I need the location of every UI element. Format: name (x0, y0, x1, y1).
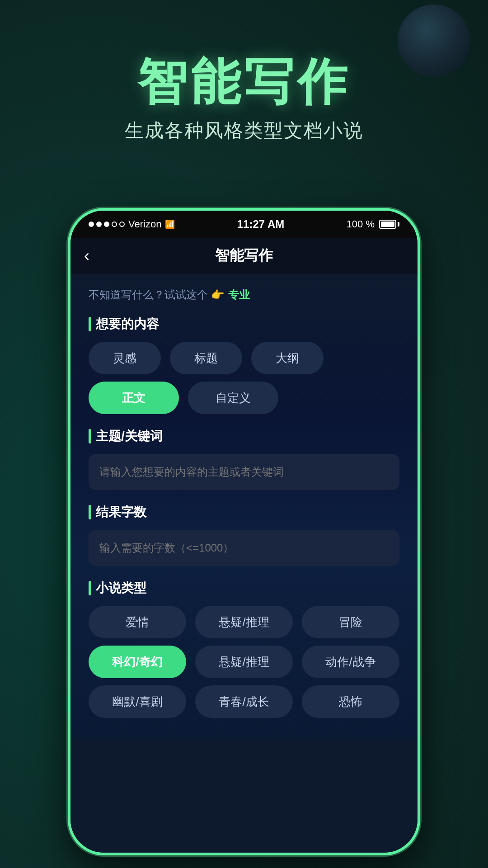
content-section-label: 想要的内容 (89, 316, 399, 333)
battery-tip (398, 222, 399, 226)
status-right: 100 % (347, 218, 399, 230)
wordcount-input[interactable] (89, 530, 399, 566)
hint-professional[interactable]: 专业 (228, 288, 250, 302)
section-bar-indicator (89, 317, 91, 331)
genre-row-3: 幽默/喜剧 青春/成长 恐怖 (89, 685, 399, 718)
genre-mystery1[interactable]: 悬疑/推理 (195, 606, 293, 638)
signal-dots (89, 222, 125, 227)
scroll-content: 不知道写什么？试试这个 👉 专业 想要的内容 灵感 标题 大纲 正文 自定义 (70, 274, 418, 739)
content-type-row1: 灵感 标题 大纲 (89, 342, 399, 374)
section-bar-genre (89, 581, 91, 595)
wordcount-section-label: 结果字数 (89, 504, 399, 521)
genre-scifi[interactable]: 科幻/奇幻 (89, 646, 186, 678)
dot4 (112, 222, 117, 227)
content-type-row2: 正文 自定义 (89, 382, 399, 414)
genre-mystery2[interactable]: 悬疑/推理 (195, 646, 293, 678)
tag-custom[interactable]: 自定义 (188, 382, 278, 414)
hint-row: 不知道写什么？试试这个 👉 专业 (89, 288, 399, 302)
back-button[interactable]: ‹ (84, 246, 89, 265)
genre-horror[interactable]: 恐怖 (302, 685, 399, 718)
nav-title: 智能写作 (215, 246, 273, 266)
hero-section: 智能写作 生成各种风格类型文档小说 (0, 54, 488, 143)
wifi-icon: 📶 (165, 219, 175, 229)
battery-body (379, 220, 396, 229)
theme-section-label: 主题/关键词 (89, 428, 399, 445)
status-bar: Verizon 📶 11:27 AM 100 % (70, 211, 418, 238)
section-bar-theme (89, 429, 91, 443)
theme-section-title: 主题/关键词 (96, 428, 163, 445)
dot2 (96, 222, 102, 227)
tag-inspiration[interactable]: 灵感 (89, 342, 161, 374)
wordcount-section-title: 结果字数 (96, 504, 146, 521)
tag-outline[interactable]: 大纲 (251, 342, 324, 374)
app-content: 不知道写什么？试试这个 👉 专业 想要的内容 灵感 标题 大纲 正文 自定义 (70, 274, 418, 853)
dot1 (89, 222, 94, 227)
battery-percent: 100 % (347, 218, 375, 230)
battery-icon (379, 220, 399, 229)
hint-text: 不知道写什么？试试这个 👉 (89, 288, 225, 302)
carrier-label: Verizon (128, 218, 161, 230)
genre-adventure[interactable]: 冒险 (302, 606, 399, 638)
dot3 (104, 222, 109, 227)
genre-section-title: 小说类型 (96, 580, 146, 597)
theme-input[interactable] (89, 454, 399, 490)
section-bar-wordcount (89, 505, 91, 519)
phone-mockup: Verizon 📶 11:27 AM 100 % ‹ 智能写作 (68, 208, 420, 855)
hero-title: 智能写作 (0, 54, 488, 109)
dot5 (119, 222, 125, 227)
genre-row-1: 爱情 悬疑/推理 冒险 (89, 606, 399, 638)
genre-section-label: 小说类型 (89, 580, 399, 597)
clock: 11:27 AM (237, 218, 284, 231)
hero-subtitle: 生成各种风格类型文档小说 (0, 118, 488, 143)
battery-fill (381, 222, 394, 227)
nav-bar: ‹ 智能写作 (70, 238, 418, 274)
genre-row-2: 科幻/奇幻 悬疑/推理 动作/战争 (89, 646, 399, 678)
genre-action[interactable]: 动作/战争 (302, 646, 399, 678)
content-section-title: 想要的内容 (96, 316, 159, 333)
genre-youth[interactable]: 青春/成长 (195, 685, 293, 718)
genre-romance[interactable]: 爱情 (89, 606, 186, 638)
tag-body[interactable]: 正文 (89, 382, 179, 414)
genre-comedy[interactable]: 幽默/喜剧 (89, 685, 186, 718)
tag-headline[interactable]: 标题 (170, 342, 242, 374)
status-left: Verizon 📶 (89, 218, 175, 230)
phone-frame: Verizon 📶 11:27 AM 100 % ‹ 智能写作 (68, 208, 420, 855)
